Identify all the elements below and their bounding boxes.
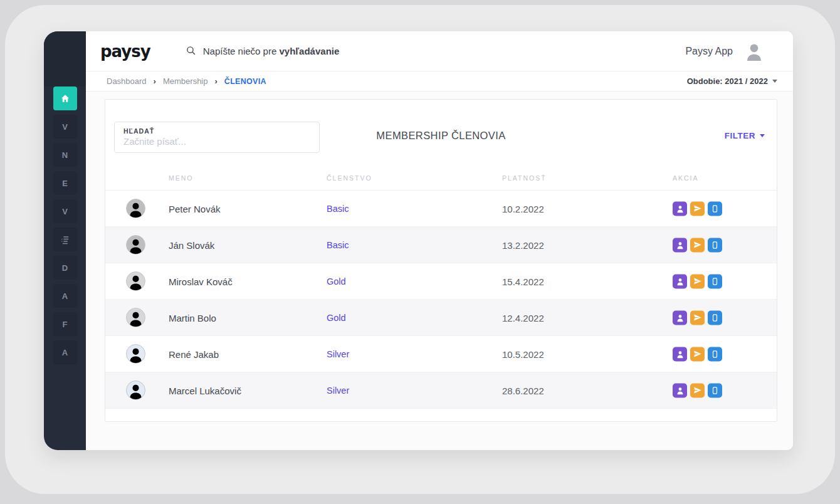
app-logo: paysy <box>100 42 150 61</box>
sidebar-item-label: V <box>62 122 68 132</box>
send-message-button[interactable] <box>690 274 705 288</box>
account-name: Paysy App <box>685 46 733 57</box>
phone-button[interactable] <box>708 238 722 252</box>
sidebar-item-label: V <box>62 207 68 216</box>
row-actions <box>673 238 722 252</box>
column-header-akcia: AKCIA <box>673 174 699 182</box>
table-row: René Jakab Silver 10.5.2022 <box>105 336 777 372</box>
content-area: HĽADAŤ MEMBERSHIP ČLENOVIA FILTER MENO Č… <box>86 92 793 450</box>
valid-until-date: 12.4.2022 <box>502 312 544 323</box>
membership-link[interactable]: Gold <box>327 276 346 286</box>
column-header-clenstvo: ČLENSTVO <box>327 174 372 182</box>
user-avatar[interactable] <box>745 42 764 61</box>
member-avatar <box>126 344 145 364</box>
member-avatar <box>126 271 145 291</box>
card-header: HĽADAŤ MEMBERSHIP ČLENOVIA FILTER <box>105 100 777 165</box>
membership-link[interactable]: Basic <box>327 204 349 214</box>
search-placeholder-text: Napíšte niečo pre vyhľadávanie <box>203 46 340 56</box>
valid-until-date: 10.5.2022 <box>502 349 544 359</box>
row-actions <box>673 274 722 288</box>
member-name: Miroslav Kováč <box>169 276 233 286</box>
valid-until-date: 10.2.2022 <box>502 203 544 214</box>
member-name: Marcel Lukačovič <box>169 385 241 396</box>
breadcrumb-clenovia: ČLENOVIA <box>224 77 266 86</box>
phone-button[interactable] <box>708 274 722 288</box>
sidebar-item-n[interactable]: N <box>53 143 77 167</box>
membership-link[interactable]: Gold <box>327 313 346 323</box>
table-search-box: HĽADAŤ <box>114 122 320 153</box>
member-profile-button[interactable] <box>673 238 687 252</box>
member-profile-button[interactable] <box>673 201 687 216</box>
global-search-input[interactable]: Napíšte niečo pre vyhľadávanie <box>186 45 340 58</box>
row-actions <box>673 310 722 325</box>
chevron-right-icon: › <box>214 76 217 86</box>
sidebar-item-d[interactable]: D <box>53 256 77 280</box>
search-icon <box>186 45 196 58</box>
sidebar-item-label: D <box>62 263 68 273</box>
sidebar-item-label: A <box>62 348 68 357</box>
member-avatar <box>126 199 145 218</box>
row-actions <box>673 201 722 216</box>
chevron-right-icon: › <box>154 76 156 86</box>
send-message-button[interactable] <box>690 383 705 397</box>
sidebar-item-home[interactable] <box>53 87 77 110</box>
period-label: Obdobie: 2021 / 2022 <box>687 76 768 86</box>
member-profile-button[interactable] <box>673 274 687 288</box>
sidebar-item-v-2[interactable]: V <box>53 199 77 223</box>
member-profile-button[interactable] <box>673 383 687 397</box>
sidebar-item-list[interactable] <box>53 228 77 251</box>
membership-link[interactable]: Basic <box>327 240 349 250</box>
phone-button[interactable] <box>708 310 722 325</box>
membership-card: HĽADAŤ MEMBERSHIP ČLENOVIA FILTER MENO Č… <box>105 99 777 422</box>
breadcrumb-dashboard[interactable]: Dashboard <box>107 76 147 86</box>
member-avatar <box>126 235 145 255</box>
table-row: Ján Slovák Basic 13.2.2022 <box>105 227 777 263</box>
app-window: V N E V D A F A paysy Napí <box>44 31 793 450</box>
membership-link[interactable]: Silver <box>327 386 349 396</box>
filter-label: FILTER <box>725 131 755 140</box>
member-profile-button[interactable] <box>673 310 687 325</box>
sidebar-item-label: N <box>62 150 68 160</box>
sidebar-header-spacer <box>44 31 86 87</box>
home-icon <box>60 93 70 103</box>
valid-until-date: 15.4.2022 <box>502 276 544 286</box>
member-name: Ján Slovák <box>169 239 214 250</box>
table-row: Martin Bolo Gold 12.4.2022 <box>105 300 777 336</box>
sidebar-item-label: A <box>62 291 68 301</box>
list-icon <box>60 234 70 245</box>
phone-button[interactable] <box>708 201 722 216</box>
send-message-button[interactable] <box>690 310 705 325</box>
filter-button[interactable]: FILTER <box>721 130 769 141</box>
column-header-platnost: PLATNOSŤ <box>502 174 547 182</box>
column-header-meno: MENO <box>169 174 194 182</box>
row-actions <box>673 383 722 397</box>
send-message-button[interactable] <box>690 347 705 361</box>
sidebar-item-a-1[interactable]: A <box>53 284 77 308</box>
send-message-button[interactable] <box>690 201 705 216</box>
caret-down-icon <box>772 80 777 83</box>
send-message-button[interactable] <box>690 238 705 252</box>
sidebar: V N E V D A F A <box>44 31 86 450</box>
member-name: René Jakab <box>169 349 219 359</box>
main-area: paysy Napíšte niečo pre vyhľadávanie Pay… <box>86 31 793 450</box>
sidebar-item-f[interactable]: F <box>53 312 77 336</box>
sidebar-item-a-2[interactable]: A <box>53 340 77 364</box>
sidebar-item-label: E <box>62 179 68 188</box>
phone-button[interactable] <box>708 383 722 397</box>
member-avatar <box>126 308 145 327</box>
membership-link[interactable]: Silver <box>327 349 349 359</box>
table-search-input[interactable] <box>123 136 310 147</box>
member-avatar <box>126 381 145 400</box>
topbar-right: Paysy App <box>685 42 793 61</box>
member-name: Martin Bolo <box>169 312 216 323</box>
breadcrumb-bar: Dashboard › Membership › ČLENOVIA Obdobi… <box>86 71 793 92</box>
breadcrumb-membership[interactable]: Membership <box>163 76 208 86</box>
sidebar-item-v-1[interactable]: V <box>53 115 77 139</box>
table-search-label: HĽADAŤ <box>123 127 310 135</box>
page-title: MEMBERSHIP ČLENOVIA <box>376 130 505 142</box>
period-dropdown[interactable]: Obdobie: 2021 / 2022 <box>687 76 777 86</box>
sidebar-item-label: F <box>63 320 68 329</box>
sidebar-item-e[interactable]: E <box>53 171 77 195</box>
member-profile-button[interactable] <box>673 347 687 361</box>
phone-button[interactable] <box>708 347 722 361</box>
